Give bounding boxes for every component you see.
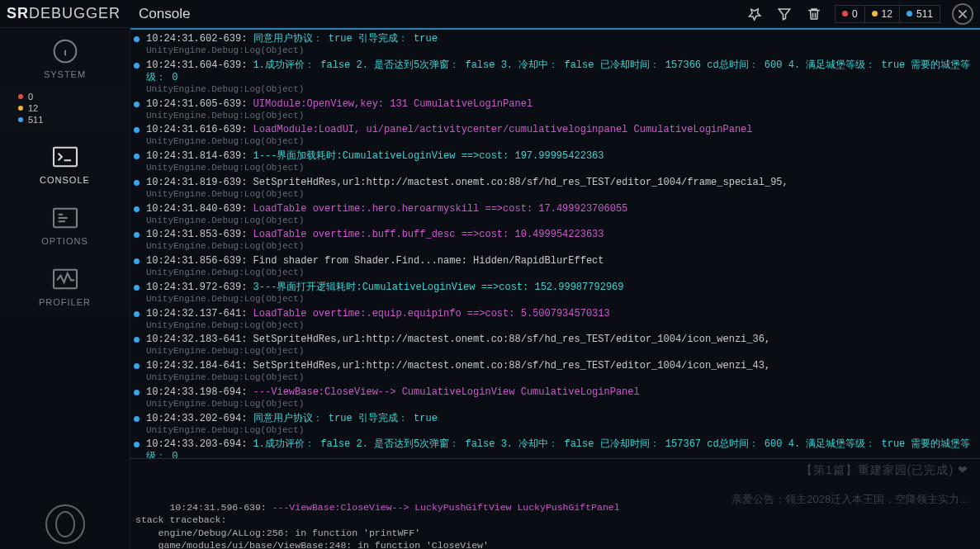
- sidebar-item-label: SYSTEM: [44, 69, 86, 79]
- log-row[interactable]: 10:24:31.972-639: 3---界面打开逻辑耗时:Cumulativ…: [134, 280, 975, 306]
- log-row[interactable]: 10:24:31.602-639: 同意用户协议： true 引导完成： tru…: [134, 31, 975, 58]
- log-timestamp: 10:24:31.819-639:: [146, 177, 247, 188]
- detail-body: stack traceback: engine/Debug/ALLog:256:…: [135, 514, 626, 549]
- log-timestamp: 10:24:31.853-639:: [146, 229, 247, 240]
- log-row[interactable]: 10:24:33.202-694: 同意用户协议： true 引导完成： tru…: [134, 411, 975, 438]
- log-source: UnityEngine.Debug:Log(Object): [146, 267, 975, 279]
- log-message: 1---界面加载耗时:CumulativeLoginView ==>cost: …: [247, 150, 604, 162]
- pin-icon[interactable]: [746, 5, 764, 23]
- sidebar-counts: 0 12 511: [0, 86, 130, 130]
- log-row[interactable]: 10:24:31.853-639: LoadTable overtime:.bu…: [134, 227, 975, 253]
- log-body: 10:24:31.602-639: 同意用户协议： true 引导完成： tru…: [146, 33, 975, 57]
- log-body: 10:24:31.605-639: UIModule:OpenView,key:…: [146, 98, 975, 122]
- warnings-badge[interactable]: 12: [865, 5, 900, 23]
- log-row[interactable]: 10:24:32.184-641: SetSpriteHdRes,url:htt…: [134, 358, 975, 385]
- sliders-icon: [48, 203, 83, 233]
- log-source: UnityEngine.Debug:Log(Object): [146, 163, 975, 174]
- log-dot-icon: [134, 154, 140, 159]
- sidebar-item-system[interactable]: SYSTEM: [0, 28, 130, 86]
- log-source: UnityEngine.Debug:Log(Object): [146, 111, 975, 122]
- log-dot-icon: [134, 206, 140, 212]
- log-body: 10:24:33.202-694: 同意用户协议： true 引导完成： tru…: [146, 413, 975, 437]
- log-timestamp: 10:24:32.137-641:: [146, 308, 247, 319]
- log-row[interactable]: 10:24:33.198-694: ---ViewBase:CloseView-…: [134, 385, 975, 411]
- app-header: SRDEBUGGER Console 0 12 511: [0, 0, 980, 28]
- log-list[interactable]: 10:24:31.602-639: 同意用户协议： true 引导完成： tru…: [130, 28, 980, 458]
- log-message: LoadModule:LoadUI, ui/panel/activitycent…: [247, 124, 752, 135]
- log-message: SetSpriteHdRes,url:http://mactest.onemt.…: [247, 334, 770, 345]
- side-count-warnings: 12: [18, 102, 130, 114]
- log-row[interactable]: 10:24:31.605-639: UIModule:OpenView,key:…: [134, 97, 975, 123]
- log-row[interactable]: 10:24:31.840-639: LoadTable overtime:.he…: [134, 201, 975, 228]
- log-row[interactable]: 10:24:32.183-641: SetSpriteHdRes,url:htt…: [134, 332, 975, 358]
- log-body: 10:24:32.183-641: SetSpriteHdRes,url:htt…: [146, 334, 975, 357]
- log-timestamp: 10:24:31.814-639:: [146, 150, 247, 162]
- log-timestamp: 10:24:31.604-639:: [146, 59, 247, 71]
- log-message: Find shader from Shader.Find...name: Hid…: [247, 255, 604, 267]
- log-detail-panel[interactable]: 【第1篇】重建家园(已完成) ❤ 亲爱公告：领主2028迁入本王国，空降领主实力…: [130, 458, 980, 549]
- log-dot-icon: [134, 442, 140, 447]
- log-row[interactable]: 10:24:31.814-639: 1---界面加载耗时:CumulativeL…: [134, 149, 975, 175]
- sidebar-item-label: OPTIONS: [41, 236, 88, 246]
- log-source: UnityEngine.Debug:Log(Object): [146, 45, 975, 57]
- log-source: UnityEngine.Debug:Log(Object): [146, 189, 975, 201]
- log-dot-icon: [134, 363, 140, 369]
- info-badge[interactable]: 511: [900, 5, 940, 23]
- header-tools: 0 12 511: [746, 3, 980, 25]
- sidebar-footer: [0, 504, 130, 549]
- side-count-errors: 0: [18, 91, 130, 102]
- log-timestamp: 10:24:32.184-641:: [146, 360, 247, 372]
- errors-badge[interactable]: 0: [835, 5, 865, 23]
- ghost-bg-text-2: 亲爱公告：领主2028迁入本王国，空降领主实力...: [731, 492, 968, 507]
- log-message: UIModule:OpenView,key: 131 CumulativeLog…: [247, 98, 533, 110]
- badge-group: 0 12 511: [835, 5, 940, 23]
- log-row[interactable]: 10:24:33.203-694: 1.成功评价： false 2. 是否达到5…: [134, 437, 975, 458]
- log-message: LoadTable overtime:.equip.equipinfo ==>c…: [247, 308, 609, 319]
- sidebar-item-label: PROFILER: [39, 297, 91, 307]
- sidebar-item-profiler[interactable]: PROFILER: [0, 253, 130, 314]
- log-dot-icon: [134, 36, 140, 42]
- log-dot-icon: [134, 232, 140, 238]
- app-logo: SRDEBUGGER: [0, 5, 130, 22]
- log-message: LoadTable overtime:.hero.heroarmyskill =…: [247, 203, 627, 215]
- svg-rect-3: [54, 148, 77, 166]
- log-source: UnityEngine.Debug:Log(Object): [146, 320, 975, 332]
- log-body: 10:24:31.853-639: LoadTable overtime:.bu…: [146, 229, 975, 253]
- log-dot-icon: [134, 390, 140, 395]
- log-body: 10:24:31.814-639: 1---界面加载耗时:CumulativeL…: [146, 150, 975, 174]
- trash-icon[interactable]: [805, 5, 823, 23]
- console-panel: 10:24:31.602-639: 同意用户协议： true 引导完成： tru…: [130, 28, 980, 549]
- log-body: 10:24:31.819-639: SetSpriteHdRes,url:htt…: [146, 177, 975, 201]
- log-message: ---ViewBase:CloseView--> CumulativeLogin…: [247, 386, 639, 398]
- log-timestamp: 10:24:31.840-639:: [146, 203, 247, 215]
- log-row[interactable]: 10:24:31.604-639: 1.成功评价： false 2. 是否达到5…: [134, 58, 975, 97]
- log-timestamp: 10:24:31.856-639:: [146, 255, 247, 267]
- log-body: 10:24:33.203-694: 1.成功评价： false 2. 是否达到5…: [146, 438, 975, 458]
- log-message: 3---界面打开逻辑耗时:CumulativeLoginView ==>cost…: [247, 282, 623, 293]
- filter-icon[interactable]: [775, 5, 793, 23]
- log-body: 10:24:31.616-639: LoadModule:LoadUI, ui/…: [146, 124, 975, 148]
- log-body: 10:24:31.604-639: 1.成功评价： false 2. 是否达到5…: [146, 59, 975, 96]
- close-icon[interactable]: [952, 3, 973, 25]
- log-dot-icon: [134, 285, 140, 291]
- log-timestamp: 10:24:31.972-639:: [146, 282, 247, 293]
- log-message: 同意用户协议： true 引导完成： true: [247, 33, 437, 45]
- sidebar-item-label: CONSOLE: [40, 175, 90, 185]
- log-row[interactable]: 10:24:31.856-639: Find shader from Shade…: [134, 253, 975, 280]
- globe-icon: [45, 504, 85, 544]
- sidebar-item-console[interactable]: CONSOLE: [0, 130, 130, 192]
- page-title: Console: [130, 6, 746, 22]
- log-source: UnityEngine.Debug:Log(Object): [146, 215, 975, 227]
- log-timestamp: 10:24:31.605-639:: [146, 98, 247, 110]
- sidebar-item-options[interactable]: OPTIONS: [0, 192, 130, 253]
- log-row[interactable]: 10:24:32.137-641: LoadTable overtime:.eq…: [134, 306, 975, 333]
- log-row[interactable]: 10:24:31.819-639: SetSpriteHdRes,url:htt…: [134, 175, 975, 201]
- log-body: 10:24:33.198-694: ---ViewBase:CloseView-…: [146, 386, 975, 410]
- log-row[interactable]: 10:24:31.616-639: LoadModule:LoadUI, ui/…: [134, 122, 975, 149]
- log-body: 10:24:31.972-639: 3---界面打开逻辑耗时:Cumulativ…: [146, 282, 975, 305]
- log-message: SetSpriteHdRes,url:http://mactest.onemt.…: [247, 360, 770, 372]
- log-dot-icon: [134, 416, 140, 422]
- log-timestamp: 10:24:33.198-694:: [146, 386, 247, 398]
- log-source: UnityEngine.Debug:Log(Object): [146, 136, 975, 148]
- log-timestamp: 10:24:31.602-639:: [146, 33, 247, 45]
